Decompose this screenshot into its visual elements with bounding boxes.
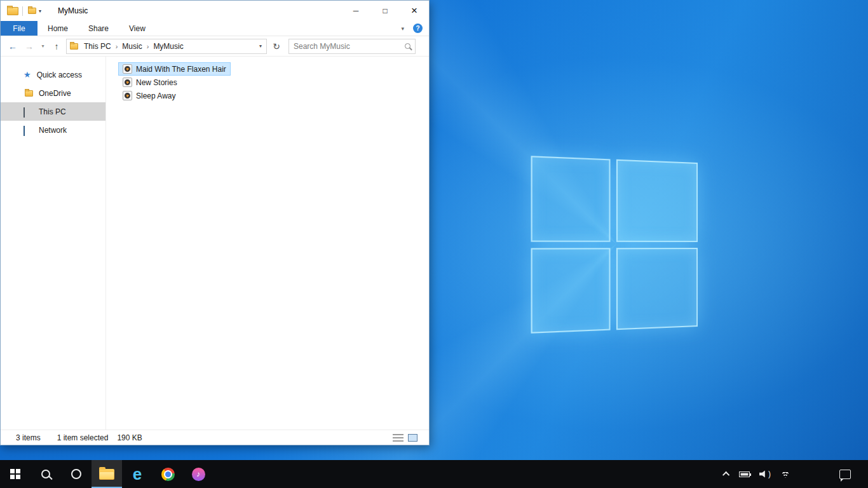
windows-logo bbox=[531, 156, 698, 334]
breadcrumb-separator-icon: › bbox=[144, 43, 153, 50]
action-center-icon bbox=[839, 470, 851, 479]
close-button[interactable]: × bbox=[400, 1, 429, 21]
windows-logo-pane bbox=[616, 248, 698, 330]
this-pc-icon bbox=[24, 108, 33, 116]
minimize-button[interactable]: ─ bbox=[341, 1, 370, 21]
action-center-button[interactable] bbox=[831, 460, 859, 488]
chrome-icon bbox=[161, 468, 175, 481]
large-icons-view-icon[interactable] bbox=[408, 434, 417, 442]
internet-explorer-icon: e bbox=[133, 466, 142, 482]
window-title: MyMusic bbox=[58, 6, 88, 15]
quick-access-toolbar-caret-icon[interactable]: ▾ bbox=[39, 8, 41, 14]
file-name: New Stories bbox=[136, 78, 177, 87]
search-box bbox=[288, 39, 416, 54]
address-dropdown-icon[interactable]: ▾ bbox=[259, 43, 263, 49]
refresh-button[interactable]: ↻ bbox=[269, 39, 283, 54]
battery-icon[interactable] bbox=[739, 471, 750, 477]
quick-access-star-icon: ★ bbox=[24, 71, 31, 79]
windows-logo-pane bbox=[531, 156, 611, 241]
file-name: Sleep Away bbox=[136, 92, 176, 100]
media-file-icon bbox=[123, 91, 132, 100]
sidebar-item-quick-access[interactable]: ★ Quick access bbox=[1, 65, 105, 84]
sidebar-item-label: Quick access bbox=[37, 71, 82, 79]
file-row[interactable]: Maid With The Flaxen Hair bbox=[118, 62, 231, 76]
sidebar-item-this-pc[interactable]: This PC bbox=[1, 102, 105, 121]
sidebar-item-label: Network bbox=[39, 126, 67, 135]
taskbar-internet-explorer-button[interactable]: e bbox=[122, 460, 153, 488]
selection-size: 190 KB bbox=[117, 433, 142, 442]
address-folder-icon bbox=[70, 43, 78, 50]
sidebar-item-onedrive[interactable]: OneDrive bbox=[1, 84, 105, 102]
file-list: Maid With The Flaxen Hair New Stories Sl… bbox=[106, 57, 429, 430]
file-explorer-icon bbox=[99, 469, 114, 480]
network-icon bbox=[24, 126, 33, 134]
help-icon[interactable]: ? bbox=[413, 24, 423, 33]
navigation-pane: ★ Quick access OneDrive This PC Network bbox=[1, 57, 106, 430]
windows-logo-pane bbox=[531, 248, 611, 334]
forward-button[interactable]: → bbox=[22, 39, 36, 54]
ribbon-tab-bar: File Home Share View ▾ ? bbox=[1, 21, 429, 36]
sidebar-item-label: This PC bbox=[39, 107, 66, 116]
recent-locations-caret-icon[interactable]: ▾ bbox=[39, 39, 47, 54]
up-button[interactable]: ↑ bbox=[50, 39, 64, 54]
items-count: 3 items bbox=[16, 433, 41, 442]
windows-logo-pane bbox=[616, 159, 698, 242]
file-row[interactable]: Sleep Away bbox=[118, 89, 180, 102]
address-bar[interactable]: This PC › Music › MyMusic ▾ bbox=[66, 39, 267, 54]
media-file-icon bbox=[123, 78, 132, 87]
maximize-button[interactable]: □ bbox=[370, 1, 400, 21]
file-name: Maid With The Flaxen Hair bbox=[136, 65, 226, 74]
tab-home[interactable]: Home bbox=[37, 21, 78, 36]
cortana-icon bbox=[71, 469, 81, 479]
selection-count: 1 item selected bbox=[57, 433, 109, 442]
system-tray: ) bbox=[724, 460, 790, 488]
window-body: ★ Quick access OneDrive This PC Network bbox=[1, 57, 429, 430]
breadcrumb-separator-icon: › bbox=[112, 43, 121, 50]
tab-view[interactable]: View bbox=[119, 21, 156, 36]
cortana-button[interactable] bbox=[61, 460, 92, 488]
windows-start-icon bbox=[10, 469, 20, 479]
file-explorer-window: ▾ MyMusic ─ □ × File Home Share View ▾ ?… bbox=[0, 0, 430, 445]
breadcrumb-music[interactable]: Music bbox=[121, 42, 143, 51]
desktop: ▾ MyMusic ─ □ × File Home Share View ▾ ?… bbox=[0, 0, 868, 488]
titlebar-divider bbox=[22, 6, 23, 16]
taskbar-file-explorer-button[interactable] bbox=[92, 460, 122, 488]
search-input[interactable] bbox=[294, 42, 405, 51]
taskbar-itunes-button[interactable]: ♪ bbox=[183, 460, 214, 488]
taskbar-search-button[interactable] bbox=[31, 460, 61, 488]
breadcrumb-mymusic[interactable]: MyMusic bbox=[152, 42, 184, 51]
taskbar-chrome-button[interactable] bbox=[153, 460, 183, 488]
onedrive-folder-icon bbox=[25, 90, 33, 97]
caption-buttons: ─ □ × bbox=[341, 1, 429, 21]
sidebar-item-label: OneDrive bbox=[39, 89, 71, 98]
volume-icon[interactable]: ) bbox=[759, 470, 771, 478]
breadcrumb-this-pc[interactable]: This PC bbox=[83, 42, 112, 51]
hidden-icons-chevron-icon[interactable] bbox=[722, 471, 729, 478]
tab-share[interactable]: Share bbox=[78, 21, 119, 36]
navigation-bar: ← → ▾ ↑ This PC › Music › MyMusic ▾ ↻ bbox=[1, 36, 429, 57]
search-icon bbox=[41, 470, 50, 478]
media-file-icon bbox=[123, 64, 132, 74]
app-folder-icon bbox=[7, 7, 18, 15]
file-row[interactable]: New Stories bbox=[118, 76, 182, 89]
tab-file[interactable]: File bbox=[1, 21, 37, 36]
details-view-icon[interactable] bbox=[393, 434, 403, 442]
ribbon-right-controls: ▾ ? bbox=[401, 21, 429, 36]
itunes-icon: ♪ bbox=[192, 468, 205, 481]
titlebar[interactable]: ▾ MyMusic ─ □ × bbox=[1, 1, 429, 21]
search-icon bbox=[405, 43, 410, 49]
status-bar: 3 items 1 item selected 190 KB bbox=[1, 430, 429, 445]
start-button[interactable] bbox=[0, 460, 31, 488]
sidebar-item-network[interactable]: Network bbox=[1, 121, 105, 139]
back-button[interactable]: ← bbox=[6, 39, 20, 54]
expand-ribbon-icon[interactable]: ▾ bbox=[401, 25, 404, 32]
wifi-icon[interactable] bbox=[780, 470, 790, 478]
quick-access-toolbar-icon[interactable] bbox=[28, 8, 36, 14]
taskbar: e ♪ ) bbox=[0, 460, 868, 488]
view-toggles bbox=[393, 434, 423, 442]
